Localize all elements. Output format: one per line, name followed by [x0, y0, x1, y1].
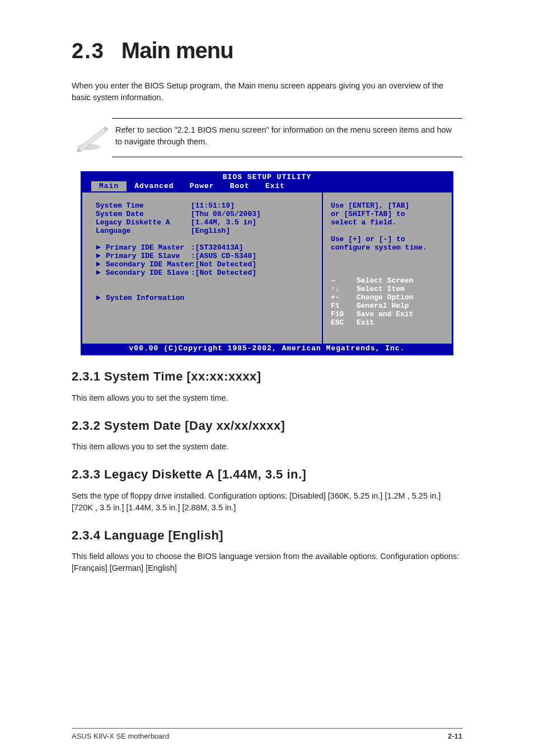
svg-marker-4 — [96, 245, 101, 250]
bios-field[interactable]: System Time[11:51:19] — [96, 201, 315, 210]
bios-titlebar: BIOS SETUP UTILITY Main Advanced Power B… — [82, 173, 452, 191]
triangle-right-icon — [96, 261, 101, 267]
bios-menubar: Main Advanced Power Boot Exit — [82, 181, 452, 191]
bios-submenu[interactable]: System Information — [96, 294, 315, 302]
section-heading: 2.3.4 Language [English] — [72, 528, 462, 543]
section-body: This item allows you to set the system t… — [72, 392, 462, 404]
bios-tab-main[interactable]: Main — [91, 181, 127, 191]
bios-main-panel: System Time[11:51:19] System Date[Thu 08… — [82, 192, 323, 344]
triangle-right-icon — [96, 253, 101, 259]
bios-field[interactable]: System Date[Thu 08/05/2003] — [96, 210, 315, 218]
bios-field[interactable]: Language[English] — [96, 227, 315, 235]
bios-submenu[interactable]: Secondary IDE Slave:[Not Detected] — [96, 269, 315, 277]
note-block: Refer to section "2.2.1 BIOS menu screen… — [72, 118, 462, 157]
bios-tab-boot[interactable]: Boot — [222, 181, 257, 191]
triangle-right-icon — [96, 245, 101, 250]
section-body: Sets the type of floppy drive installed.… — [72, 490, 462, 514]
bios-submenu[interactable]: Primary IDE Master:[ST320413A] — [96, 243, 315, 252]
section-body: This field allows you to choose the BIOS… — [72, 551, 462, 574]
page-heading: 2.3Main menu — [72, 38, 462, 63]
svg-marker-6 — [96, 262, 101, 266]
bios-help-panel: Use [ENTER], [TAB] or [SHIFT-TAB] to sel… — [323, 192, 452, 344]
section-body: This item allows you to set the system d… — [72, 441, 462, 453]
bios-screenshot: BIOS SETUP UTILITY Main Advanced Power B… — [81, 172, 453, 355]
page-footer: ASUS K8V-X SE motherboard 2-11 — [72, 728, 462, 740]
triangle-right-icon — [96, 270, 101, 275]
heading-title: Main menu — [121, 38, 233, 63]
footer-left: ASUS K8V-X SE motherboard — [72, 732, 169, 740]
bios-field[interactable]: Legacy Diskette A[1.44M, 3.5 in] — [96, 218, 315, 227]
bios-copyright: v00.00 (C)Copyright 1985-2002, American … — [82, 344, 452, 354]
svg-marker-7 — [96, 270, 101, 275]
svg-marker-8 — [96, 295, 101, 300]
intro-paragraph: When you enter the BIOS Setup program, t… — [72, 80, 462, 104]
bios-tab-exit[interactable]: Exit — [257, 181, 293, 191]
bios-tab-power[interactable]: Power — [182, 181, 222, 191]
section-heading: 2.3.2 System Date [Day xx/xx/xxxx] — [72, 419, 462, 433]
bios-title: BIOS SETUP UTILITY — [82, 173, 452, 181]
heading-number: 2.3 — [72, 39, 105, 63]
bios-help-text: Use [ENTER], [TAB] or [SHIFT-TAB] to sel… — [331, 201, 446, 252]
pencil-note-icon — [72, 123, 112, 152]
triangle-right-icon — [96, 295, 101, 300]
bios-submenu[interactable]: Primary IDE Slave:[ASUS CD-S340] — [96, 252, 315, 260]
bios-key-legend: ↔Select Screen ↑↓Select Item +-Change Op… — [331, 276, 446, 327]
note-text: Refer to section "2.2.1 BIOS menu screen… — [112, 118, 462, 157]
bios-submenu[interactable]: Secondary IDE Master:[Not Detected] — [96, 260, 315, 269]
section-heading: 2.3.3 Legacy Diskette A [1.44M, 3.5 in.] — [72, 467, 462, 482]
section-heading: 2.3.1 System Time [xx:xx:xxxx] — [72, 369, 462, 384]
svg-marker-5 — [96, 253, 101, 258]
bios-tab-advanced[interactable]: Advanced — [127, 181, 181, 191]
footer-page-number: 2-11 — [448, 732, 462, 740]
